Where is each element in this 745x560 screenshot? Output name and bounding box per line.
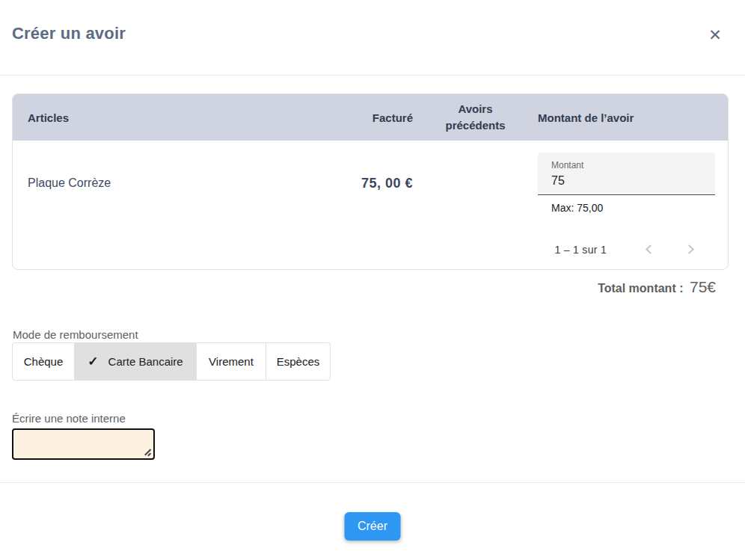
table-header-row: Articles Facturé Avoirs précédents Monta… bbox=[13, 94, 728, 141]
create-button[interactable]: Créer bbox=[345, 512, 401, 541]
refund-option-carte-bancaire[interactable]: ✓ Carte Bancaire bbox=[75, 342, 197, 381]
refund-mode-label: Mode de remboursement bbox=[13, 328, 138, 341]
footer-divider bbox=[0, 482, 745, 483]
check-icon: ✓ bbox=[88, 354, 98, 369]
article-name: Plaque Corrèze bbox=[13, 176, 323, 190]
credit-amount-cell: Montant Max: 75,00 bbox=[538, 153, 728, 214]
refund-option-carte-bancaire-label: Carte Bancaire bbox=[108, 355, 183, 368]
refund-option-cheque[interactable]: Chèque bbox=[12, 342, 75, 381]
refund-option-especes-label: Espèces bbox=[277, 355, 320, 368]
column-header-articles: Articles bbox=[13, 111, 323, 124]
max-amount-hint: Max: 75,00 bbox=[551, 202, 715, 214]
refund-option-especes[interactable]: Espèces bbox=[266, 342, 331, 381]
table-row: Plaque Corrèze 75, 00 € Montant Max: 75,… bbox=[13, 141, 728, 230]
total-amount-value: 75€ bbox=[690, 278, 716, 295]
column-header-facture: Facturé bbox=[323, 111, 413, 124]
credit-amount-field[interactable]: Montant bbox=[538, 153, 715, 195]
chevron-right-icon[interactable] bbox=[683, 241, 701, 259]
refund-option-virement[interactable]: Virement bbox=[197, 342, 266, 381]
refund-option-virement-label: Virement bbox=[209, 355, 254, 368]
total-amount-label: Total montant : bbox=[598, 282, 683, 295]
internal-note-textarea[interactable] bbox=[12, 428, 155, 460]
table-pagination: 1 – 1 sur 1 bbox=[13, 230, 728, 269]
close-icon[interactable]: ✕ bbox=[705, 25, 726, 46]
refund-mode-toggle-group: Chèque ✓ Carte Bancaire Virement Espèces bbox=[12, 342, 331, 381]
internal-note-wrap bbox=[12, 428, 155, 460]
invoiced-amount: 75, 00 € bbox=[323, 176, 413, 191]
credit-amount-field-label: Montant bbox=[551, 160, 702, 170]
column-header-avoirs-precedents: Avoirs précédents bbox=[413, 101, 538, 134]
column-header-montant-avoir: Montant de l’avoir bbox=[538, 111, 728, 124]
pagination-range-label: 1 – 1 sur 1 bbox=[555, 244, 607, 256]
internal-note-label: Écrire une note interne bbox=[12, 412, 126, 425]
total-amount-line: Total montant : 75€ bbox=[598, 278, 716, 296]
chevron-left-icon[interactable] bbox=[641, 241, 659, 259]
modal-header: Créer un avoir ✕ bbox=[0, 0, 745, 76]
page-title: Créer un avoir bbox=[12, 24, 126, 43]
credit-items-table: Articles Facturé Avoirs précédents Monta… bbox=[12, 93, 729, 270]
refund-option-cheque-label: Chèque bbox=[24, 355, 64, 368]
credit-amount-input[interactable] bbox=[551, 174, 702, 188]
